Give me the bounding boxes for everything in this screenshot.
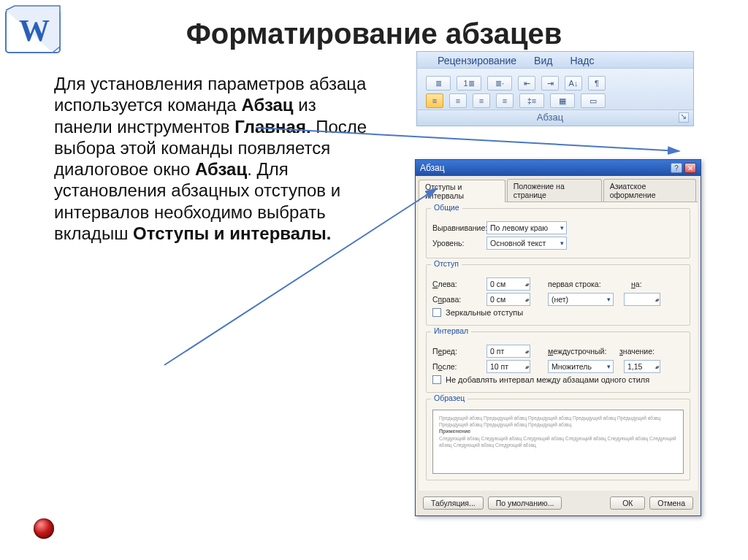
alignment-label: Выравнивание: xyxy=(432,223,482,232)
alignment-combo[interactable]: По левому краю xyxy=(486,221,567,234)
tab-indents-spacing[interactable]: Отступы и интервалы xyxy=(419,180,505,202)
linespacing-label: междустрочный: xyxy=(548,347,605,356)
linespacing-at-spin[interactable]: 1,15 xyxy=(624,360,660,373)
group-spacing: Интервал Перед: 0 пт междустрочный: знач… xyxy=(426,331,690,393)
line-spacing-icon[interactable]: ‡≡ xyxy=(519,93,544,108)
ribbon-tabs: Рецензирование Вид Надс xyxy=(417,52,693,69)
bullets-icon[interactable]: ≣ xyxy=(426,76,451,91)
indent-right-label: Справа: xyxy=(432,295,482,304)
before-label: Перед: xyxy=(432,347,482,356)
dialog-launcher-icon[interactable] xyxy=(679,112,689,123)
indent-left-spin[interactable]: 0 см xyxy=(486,277,530,291)
nospace-same-style-label: Не добавлять интервал между абзацами одн… xyxy=(446,375,649,384)
multilevel-icon[interactable]: ≣· xyxy=(487,76,512,91)
group-indent: Отступ Слева: 0 см первая строка: на: Сп… xyxy=(426,264,690,326)
indent-right-spin[interactable]: 0 см xyxy=(486,293,530,306)
ribbon-tab-view[interactable]: Вид xyxy=(534,55,552,66)
close-icon[interactable]: ✕ xyxy=(684,163,696,173)
ribbon-paragraph-group: Рецензирование Вид Надс ≣ 1≣ ≣· ⇤ ⇥ A↓ ¶… xyxy=(416,51,694,126)
ribbon-tab-review[interactable]: Рецензирование xyxy=(438,55,516,66)
borders-icon[interactable]: ▭ xyxy=(581,93,606,108)
group-sample: Образец Предыдущий абзац Предыдущий абза… xyxy=(426,399,690,480)
pilcrow-icon[interactable]: ¶ xyxy=(588,76,606,91)
before-spin[interactable]: 0 пт xyxy=(486,345,530,358)
mirror-indents-checkbox[interactable] xyxy=(432,308,441,317)
record-orb-icon xyxy=(34,518,54,539)
help-icon[interactable]: ? xyxy=(671,163,682,173)
ok-button[interactable]: ОК xyxy=(610,496,645,510)
tab-asian[interactable]: Азиатское оформление xyxy=(603,179,696,202)
indent-decrease-icon[interactable]: ⇤ xyxy=(518,76,535,91)
slide-title: Форматирование абзацев xyxy=(0,18,748,50)
align-right-icon[interactable]: ≡ xyxy=(473,93,490,108)
linespacing-combo[interactable]: Множитель xyxy=(548,360,614,373)
numbering-icon[interactable]: 1≣ xyxy=(457,76,481,91)
nospace-same-style-checkbox[interactable] xyxy=(432,375,441,384)
shading-icon[interactable]: ▦ xyxy=(550,93,575,108)
justify-icon[interactable]: ≡ xyxy=(496,93,514,108)
align-center-icon[interactable]: ≡ xyxy=(449,93,467,108)
sort-icon[interactable]: A↓ xyxy=(565,76,582,91)
preview-box: Предыдущий абзац Предыдущий абзац Предыд… xyxy=(432,410,684,474)
default-button[interactable]: По умолчанию... xyxy=(488,496,562,510)
group-general: Общие Выравнивание: По левому краю Урове… xyxy=(426,208,690,258)
after-spin[interactable]: 10 пт xyxy=(486,360,530,373)
align-left-icon[interactable]: ≡ xyxy=(426,93,443,108)
by-label: на: xyxy=(631,280,650,288)
tabs-button[interactable]: Табуляция... xyxy=(423,496,484,510)
firstline-by-spin[interactable] xyxy=(624,293,660,306)
dialog-title-text: Абзац xyxy=(420,163,445,173)
slide-body: Для установления параметров абзаца испол… xyxy=(54,73,368,244)
tab-line-page-breaks[interactable]: Положение на странице xyxy=(507,179,602,202)
ribbon-group-label: Абзац xyxy=(421,112,679,123)
paragraph-dialog: Абзац ? ✕ Отступы и интервалы Положение … xyxy=(415,159,701,516)
firstline-combo[interactable]: (нет) xyxy=(548,293,614,306)
indent-left-label: Слева: xyxy=(432,280,482,288)
level-combo[interactable]: Основной текст xyxy=(486,237,567,250)
dialog-titlebar: Абзац ? ✕ xyxy=(416,160,701,176)
cancel-button[interactable]: Отмена xyxy=(649,496,693,510)
after-label: После: xyxy=(432,362,482,371)
mirror-indents-label: Зеркальные отступы xyxy=(446,308,523,317)
ribbon-tab-addins[interactable]: Надс xyxy=(570,55,594,66)
at-label: значение: xyxy=(619,347,654,356)
firstline-label: первая строка: xyxy=(548,280,605,288)
indent-increase-icon[interactable]: ⇥ xyxy=(541,76,559,91)
level-label: Уровень: xyxy=(432,239,482,248)
